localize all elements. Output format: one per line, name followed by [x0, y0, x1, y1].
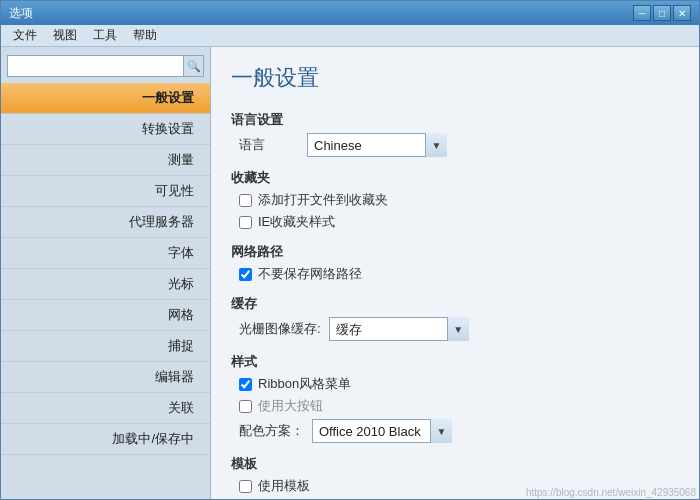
network-save-label: 不要保存网络路径 — [258, 265, 362, 283]
watermark: https://blog.csdn.net/weixin_42935068 — [526, 487, 696, 498]
favorites-section: 收藏夹 添加打开文件到收藏夹 IE收藏夹样式 — [231, 169, 679, 231]
sidebar-item-font[interactable]: 字体 — [1, 238, 210, 269]
language-row: 语言 Chinese English Japanese Korean ▼ — [231, 133, 679, 157]
search-input[interactable] — [8, 59, 183, 73]
sidebar-item-snap[interactable]: 捕捉 — [1, 331, 210, 362]
language-label: 语言 — [239, 136, 299, 154]
cache-dropdown-wrapper: 缓存 不缓存 ▼ — [329, 317, 469, 341]
page-title: 一般设置 — [231, 63, 679, 97]
template-section-title: 模板 — [231, 455, 679, 473]
language-section: 语言设置 语言 Chinese English Japanese Korean … — [231, 111, 679, 157]
menu-bar: 文件 视图 工具 帮助 — [1, 25, 699, 47]
content-area: 🔍 一般设置 转换设置 测量 可见性 代理服务器 字体 光标 网格 捕捉 编辑器… — [1, 47, 699, 499]
window-title: 选项 — [9, 5, 633, 22]
cache-row: 光栅图像缓存: 缓存 不缓存 ▼ — [231, 317, 679, 341]
sidebar-item-editor[interactable]: 编辑器 — [1, 362, 210, 393]
window-controls: ─ □ ✕ — [633, 5, 691, 21]
app-window: 选项 ─ □ ✕ 文件 视图 工具 帮助 🔍 一般设置 转换设置 测量 可见性 … — [0, 0, 700, 500]
style-ribbon-row: Ribbon风格菜单 — [231, 375, 679, 393]
language-dropdown[interactable]: Chinese English Japanese Korean — [307, 133, 447, 157]
maximize-button[interactable]: □ — [653, 5, 671, 21]
menu-tools[interactable]: 工具 — [85, 25, 125, 46]
template-use-checkbox[interactable] — [239, 480, 252, 493]
cache-section-title: 缓存 — [231, 295, 679, 313]
cache-dropdown[interactable]: 缓存 不缓存 — [329, 317, 469, 341]
menu-help[interactable]: 帮助 — [125, 25, 165, 46]
style-section-title: 样式 — [231, 353, 679, 371]
language-dropdown-wrapper: Chinese English Japanese Korean ▼ — [307, 133, 447, 157]
favorites-ie-label: IE收藏夹样式 — [258, 213, 335, 231]
style-ribbon-checkbox[interactable] — [239, 378, 252, 391]
color-scheme-label: 配色方案： — [239, 422, 304, 440]
style-bigbtn-label: 使用大按钮 — [258, 397, 323, 415]
sidebar: 🔍 一般设置 转换设置 测量 可见性 代理服务器 字体 光标 网格 捕捉 编辑器… — [1, 47, 211, 499]
close-button[interactable]: ✕ — [673, 5, 691, 21]
color-scheme-row: 配色方案： Office 2010 Black Office 2010 Blue… — [231, 419, 679, 443]
minimize-button[interactable]: ─ — [633, 5, 651, 21]
sidebar-item-cursor[interactable]: 光标 — [1, 269, 210, 300]
network-section: 网络路径 不要保存网络路径 — [231, 243, 679, 283]
sidebar-item-load-save[interactable]: 加载中/保存中 — [1, 424, 210, 455]
title-bar: 选项 ─ □ ✕ — [1, 1, 699, 25]
network-save-checkbox[interactable] — [239, 268, 252, 281]
cache-section: 缓存 光栅图像缓存: 缓存 不缓存 ▼ — [231, 295, 679, 341]
sidebar-item-visibility[interactable]: 可见性 — [1, 176, 210, 207]
style-bigbtn-row: 使用大按钮 — [231, 397, 679, 415]
search-box: 🔍 — [7, 55, 204, 77]
sidebar-item-measure[interactable]: 测量 — [1, 145, 210, 176]
menu-view[interactable]: 视图 — [45, 25, 85, 46]
language-section-title: 语言设置 — [231, 111, 679, 129]
network-save-row: 不要保存网络路径 — [231, 265, 679, 283]
sidebar-item-grid[interactable]: 网格 — [1, 300, 210, 331]
sidebar-item-proxy[interactable]: 代理服务器 — [1, 207, 210, 238]
favorites-add-label: 添加打开文件到收藏夹 — [258, 191, 388, 209]
sidebar-item-association[interactable]: 关联 — [1, 393, 210, 424]
favorites-section-title: 收藏夹 — [231, 169, 679, 187]
favorites-add-row: 添加打开文件到收藏夹 — [231, 191, 679, 209]
favorites-ie-checkbox[interactable] — [239, 216, 252, 229]
sidebar-item-general[interactable]: 一般设置 — [1, 83, 210, 114]
main-content: 一般设置 语言设置 语言 Chinese English Japanese Ko… — [211, 47, 699, 499]
style-section: 样式 Ribbon风格菜单 使用大按钮 配色方案： Office 2010 Bl… — [231, 353, 679, 443]
search-button[interactable]: 🔍 — [183, 56, 203, 76]
sidebar-item-convert[interactable]: 转换设置 — [1, 114, 210, 145]
favorites-add-checkbox[interactable] — [239, 194, 252, 207]
favorites-ie-row: IE收藏夹样式 — [231, 213, 679, 231]
color-scheme-dropdown-wrapper: Office 2010 Black Office 2010 Blue Offic… — [312, 419, 452, 443]
style-bigbtn-checkbox[interactable] — [239, 400, 252, 413]
menu-file[interactable]: 文件 — [5, 25, 45, 46]
style-ribbon-label: Ribbon风格菜单 — [258, 375, 351, 393]
network-section-title: 网络路径 — [231, 243, 679, 261]
template-use-label: 使用模板 — [258, 477, 310, 495]
color-scheme-dropdown[interactable]: Office 2010 Black Office 2010 Blue Offic… — [312, 419, 452, 443]
cache-label: 光栅图像缓存: — [239, 320, 321, 338]
